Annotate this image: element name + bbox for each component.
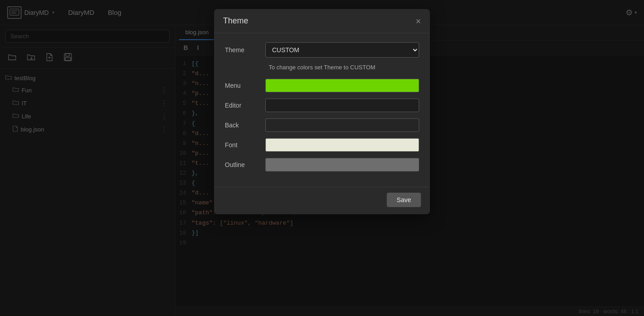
color-swatch-outline[interactable]: [265, 158, 419, 172]
modal-footer: Save: [214, 187, 430, 214]
color-label-editor: Editor: [225, 102, 265, 109]
theme-select[interactable]: CUSTOM: [265, 42, 419, 58]
modal-title: Theme: [223, 16, 248, 26]
color-swatch-menu[interactable]: [265, 79, 419, 92]
theme-modal: Theme × Theme CUSTOM To change colors se…: [214, 9, 430, 214]
save-button[interactable]: Save: [387, 193, 421, 207]
color-row-outline: Outline: [225, 158, 419, 172]
color-swatch-font[interactable]: [265, 138, 419, 152]
color-swatch-editor[interactable]: [265, 99, 419, 112]
color-row-back: Back: [225, 118, 419, 132]
modal-header: Theme ×: [214, 9, 430, 33]
modal-overlay: Theme × Theme CUSTOM To change colors se…: [0, 0, 644, 316]
theme-hint: To change colors set Theme to CUSTOM: [225, 64, 419, 71]
color-swatch-back[interactable]: [265, 118, 419, 132]
color-label-menu: Menu: [225, 82, 265, 89]
color-label-outline: Outline: [225, 161, 265, 168]
modal-body: Theme CUSTOM To change colors set Theme …: [214, 33, 430, 187]
modal-close-button[interactable]: ×: [416, 17, 421, 26]
color-row-editor: Editor: [225, 99, 419, 112]
color-label-font: Font: [225, 141, 265, 149]
color-row-font: Font: [225, 138, 419, 152]
theme-select-label: Theme: [225, 46, 265, 54]
theme-select-row: Theme CUSTOM: [225, 42, 419, 58]
color-label-back: Back: [225, 122, 265, 129]
color-row-menu: Menu: [225, 79, 419, 92]
